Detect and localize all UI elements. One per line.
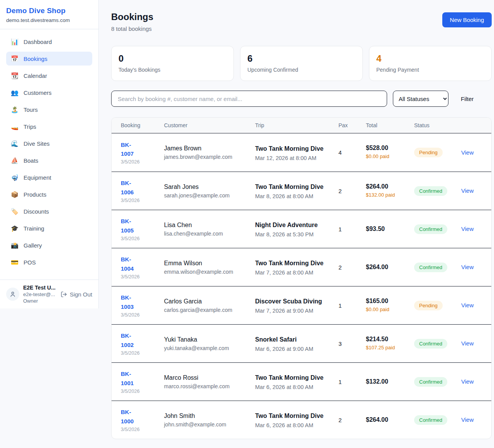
status-select[interactable]: All Statuses <box>393 91 448 107</box>
total-amount: $132.00 <box>366 378 414 385</box>
stat-label: Upcoming Confirmed <box>247 67 355 73</box>
dashboard-icon: 📊 <box>11 38 19 45</box>
stat-card-upcoming-confirmed: 6 Upcoming Confirmed <box>240 46 363 81</box>
booking-id-link[interactable]: BK-1003 <box>121 293 143 311</box>
pax-count: 2 <box>338 264 366 271</box>
trip-datetime: Mar 12, 2026 at 8:00 AM <box>255 155 338 161</box>
view-link[interactable]: View <box>461 264 474 270</box>
gallery-icon: 📸 <box>11 242 19 249</box>
sidebar-item-bookings[interactable]: 📅 Bookings <box>6 52 92 66</box>
column-header-status: Status <box>414 122 461 128</box>
sidebar-item-label: POS <box>24 259 36 266</box>
sidebar-item-calendar[interactable]: 📆 Calendar <box>6 69 92 83</box>
sidebar-item-trips[interactable]: 🚤 Trips <box>6 120 92 133</box>
sidebar-item-training[interactable]: 🎓 Training <box>6 221 92 235</box>
pax-count: 2 <box>338 417 366 423</box>
sidebar-item-dive-sites[interactable]: 🌊 Dive Sites <box>6 136 92 150</box>
table-row: BK-1004 3/5/2026 Emma Wilson emma.wilson… <box>112 248 491 286</box>
booking-id-link[interactable]: BK-1002 <box>121 331 143 349</box>
sign-out-icon <box>61 291 67 298</box>
view-link[interactable]: View <box>461 340 474 347</box>
user-role: Owner <box>23 298 56 304</box>
booking-id-link[interactable]: BK-1001 <box>121 369 143 387</box>
view-link[interactable]: View <box>461 302 474 308</box>
booking-date: 3/5/2026 <box>121 350 164 356</box>
sidebar-item-label: Trips <box>24 123 36 130</box>
table-row: BK-1001 3/5/2026 Marco Rossi marco.rossi… <box>112 362 491 401</box>
sidebar-item-label: Dashboard <box>24 39 52 45</box>
bookings-table: BookingCustomerTripPaxTotalStatus BK-100… <box>111 117 492 439</box>
total-amount: $214.50 <box>366 336 414 343</box>
sidebar-item-label: Products <box>24 191 46 198</box>
customers-icon: 👥 <box>11 89 19 96</box>
table-body: BK-1007 3/5/2026 James Brown james.brown… <box>112 133 491 439</box>
trip-datetime: Mar 8, 2026 at 5:30 PM <box>255 231 338 237</box>
status-badge: Confirmed <box>414 339 447 349</box>
boats-icon: ⛵ <box>11 157 19 164</box>
user-email: e2e-tester@... <box>23 291 56 297</box>
trip-datetime: Mar 8, 2026 at 8:00 AM <box>255 193 338 199</box>
sidebar-item-label: Tours <box>24 106 38 113</box>
sign-out-label: Sign Out <box>70 291 92 298</box>
booking-id-link[interactable]: BK-1004 <box>121 255 143 273</box>
new-booking-button[interactable]: New Booking <box>442 12 492 27</box>
view-link[interactable]: View <box>461 226 474 232</box>
paid-amount: $107.25 paid <box>366 344 403 351</box>
pax-count: 1 <box>338 379 366 385</box>
table-row: BK-1007 3/5/2026 James Brown james.brown… <box>112 133 491 172</box>
sidebar-item-discounts[interactable]: 🏷️ Discounts <box>6 204 92 218</box>
stat-card-today-s-bookings: 0 Today's Bookings <box>111 46 234 81</box>
booking-id-link[interactable]: BK-1006 <box>121 179 143 197</box>
stat-label: Today's Bookings <box>118 67 227 73</box>
customer-name: Carlos Garcia <box>164 298 255 305</box>
sidebar-item-dashboard[interactable]: 📊 Dashboard <box>6 35 92 49</box>
sidebar-item-tours[interactable]: 🏝️ Tours <box>6 103 92 116</box>
view-link[interactable]: View <box>461 416 474 423</box>
trip-name: Discover Scuba Diving <box>255 297 325 306</box>
sidebar-item-products[interactable]: 📦 Products <box>6 187 92 201</box>
sign-out-button[interactable]: Sign Out <box>61 291 92 298</box>
filter-button[interactable]: Filter <box>461 96 474 102</box>
column-header-total: Total <box>366 122 414 128</box>
customer-email: emma.wilson@example.com <box>164 269 255 275</box>
booking-date: 3/5/2026 <box>121 427 164 432</box>
sidebar-item-gallery[interactable]: 📸 Gallery <box>6 238 92 252</box>
stat-card-pending-payment: 4 Pending Payment <box>369 46 492 81</box>
trip-datetime: Mar 6, 2026 at 8:00 AM <box>255 422 338 428</box>
shop-name: Demo Dive Shop <box>6 7 92 15</box>
customer-name: Marco Rossi <box>164 374 255 381</box>
calendar-icon: 📆 <box>11 72 19 79</box>
training-icon: 🎓 <box>11 225 19 232</box>
trip-datetime: Mar 7, 2026 at 9:00 AM <box>255 308 338 314</box>
discounts-icon: 🏷️ <box>11 208 19 215</box>
pax-count: 4 <box>338 149 366 156</box>
trip-name: Two Tank Morning Dive <box>255 182 325 192</box>
sidebar: Demo Dive Shop demo.test.divestreams.com… <box>0 0 99 308</box>
view-link[interactable]: View <box>461 149 474 156</box>
customer-email: lisa.chen@example.com <box>164 231 255 237</box>
booking-id-link[interactable]: BK-1000 <box>121 408 143 426</box>
booking-id-link[interactable]: BK-1005 <box>121 217 143 235</box>
user-name: E2E Test U... <box>23 285 56 291</box>
sidebar-item-label: Bookings <box>24 56 47 62</box>
column-header-trip: Trip <box>255 122 338 128</box>
sidebar-item-customers[interactable]: 👥 Customers <box>6 86 92 99</box>
view-link[interactable]: View <box>461 187 474 194</box>
status-badge: Pending <box>414 148 443 157</box>
sidebar-item-pos[interactable]: 💳 POS <box>6 255 92 269</box>
total-amount: $264.00 <box>366 264 414 271</box>
status-badge: Confirmed <box>414 263 447 272</box>
sidebar-item-equipment[interactable]: 🤿 Equipment <box>6 170 92 184</box>
table-row: BK-1000 3/5/2026 John Smith john.smith@e… <box>112 401 491 439</box>
total-amount: $93.50 <box>366 226 414 232</box>
booking-date: 3/5/2026 <box>121 236 164 241</box>
view-link[interactable]: View <box>461 378 474 385</box>
trip-datetime: Mar 6, 2026 at 9:00 AM <box>255 346 338 352</box>
search-input[interactable] <box>111 91 387 107</box>
stat-value: 0 <box>118 53 227 64</box>
sidebar-item-boats[interactable]: ⛵ Boats <box>6 153 92 167</box>
customer-email: yuki.tanaka@example.com <box>164 345 255 351</box>
booking-id-link[interactable]: BK-1007 <box>121 140 143 158</box>
total-amount: $528.00 <box>366 145 414 152</box>
customer-email: marco.rossi@example.com <box>164 383 255 389</box>
